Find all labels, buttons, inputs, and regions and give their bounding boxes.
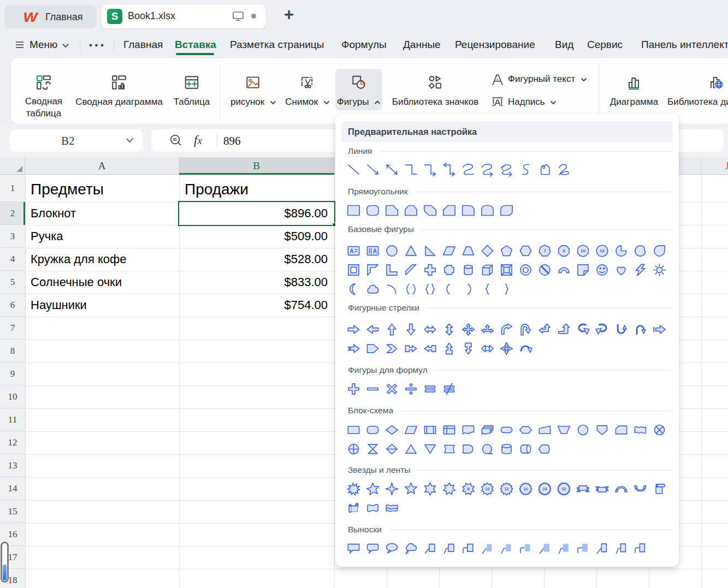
svg-text:7: 7 (543, 248, 546, 253)
svg-text:8: 8 (467, 486, 470, 491)
svg-text:10: 10 (485, 486, 489, 491)
svg-text:24: 24 (542, 486, 547, 491)
svg-text:8: 8 (563, 248, 565, 253)
svg-text:12: 12 (600, 248, 605, 253)
svg-text:12: 12 (504, 486, 508, 491)
svg-text:10: 10 (581, 248, 585, 253)
svg-text:32: 32 (561, 486, 566, 491)
svg-text:16: 16 (523, 486, 528, 491)
